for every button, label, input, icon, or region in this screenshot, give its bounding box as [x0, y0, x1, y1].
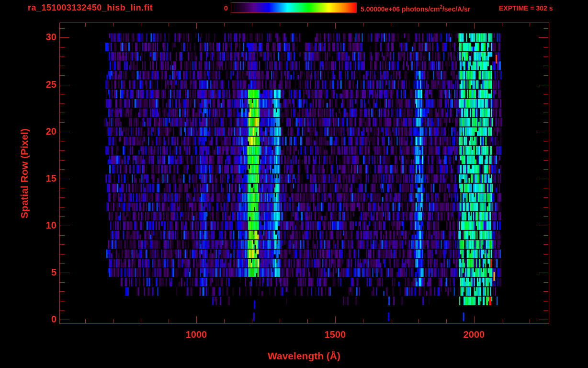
- y-tick-label: 30: [18, 32, 57, 43]
- y-tick-label: 25: [18, 79, 57, 90]
- x-tick-label: 1500: [306, 329, 364, 340]
- x-axis-title: Wavelength (Å): [0, 350, 588, 362]
- x-tick-label: 2000: [445, 329, 503, 340]
- colorbar-max-value: 5.00000e+06 photons/cm: [361, 5, 440, 13]
- colorbar-max-units-tail: /sec/A/sr: [442, 5, 470, 13]
- colorbar-max-label: 5.00000e+06 photons/cm2/sec/A/sr: [361, 4, 470, 13]
- y-tick-label: 10: [18, 220, 57, 231]
- x-tick-label: 1000: [168, 329, 225, 340]
- colorbar-gradient: [231, 2, 357, 13]
- y-tick-label: 20: [18, 126, 57, 137]
- exptime-label: EXPTIME = 302 s: [499, 4, 553, 12]
- page-title: ra_151003132450_hisb_lin.fit: [28, 3, 153, 13]
- y-tick-label: 15: [18, 173, 57, 184]
- colorbar-min-label: 0: [211, 4, 228, 12]
- spectrogram-canvas: [0, 0, 588, 368]
- y-tick-label: 0: [18, 314, 57, 325]
- y-tick-label: 5: [18, 267, 57, 278]
- spectrogram-figure: ra_151003132450_hisb_lin.fit 0 5.00000e+…: [0, 0, 588, 368]
